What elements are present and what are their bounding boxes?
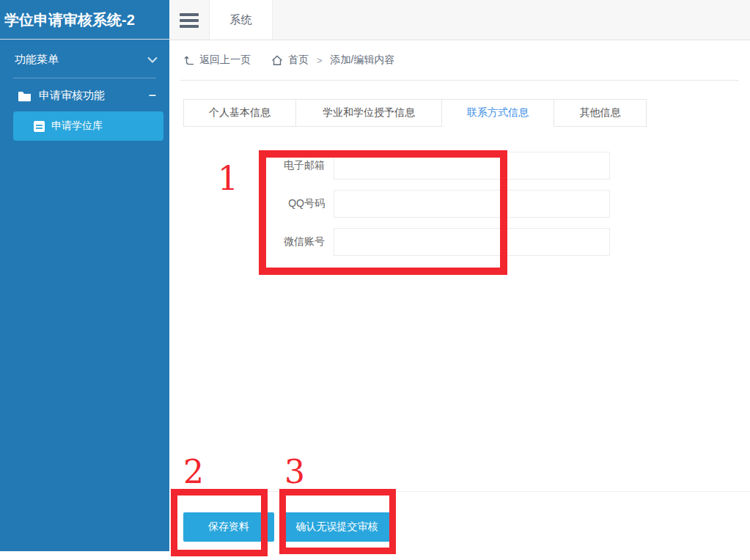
chevron-down-icon <box>147 56 158 63</box>
qq-number-field[interactable] <box>334 190 610 218</box>
tab-label: 学业和学位授予信息 <box>323 106 415 119</box>
actions-divider <box>169 491 750 492</box>
sidebar-section-function-menu[interactable]: 功能菜单 <box>0 41 169 78</box>
document-icon <box>33 120 45 133</box>
sidebar: 学位申请审核系统-2 功能菜单 申请审核功能 − 申请学位库 <box>0 0 169 551</box>
annotation-number-1: 1 <box>218 163 238 195</box>
app-title: 学位申请审核系统-2 <box>0 0 169 40</box>
breadcrumb: 返回上一页 首页 > 添加/编辑内容 <box>169 40 750 80</box>
email-label: 电子邮箱 <box>249 159 325 172</box>
topbar: 系统 <box>169 0 750 40</box>
breadcrumb-home[interactable]: 首页 <box>288 54 309 67</box>
sidebar-item-degree-library[interactable]: 申请学位库 <box>13 111 163 141</box>
tab-system-label: 系统 <box>230 13 252 27</box>
return-arrow-icon <box>183 55 194 66</box>
email-field[interactable] <box>334 152 610 180</box>
home-icon <box>271 55 283 66</box>
form-row-wechat: 微信账号 <box>249 228 610 256</box>
tab-system[interactable]: 系统 <box>209 0 273 40</box>
wechat-account-field[interactable] <box>334 228 610 256</box>
wechat-account-label: 微信账号 <box>249 235 325 248</box>
collapse-minus-icon[interactable]: − <box>148 88 156 103</box>
menu-icon[interactable] <box>180 13 199 28</box>
breadcrumb-trail: 首页 > 添加/编辑内容 <box>271 54 394 67</box>
save-button[interactable]: 保存资料 <box>183 512 274 542</box>
tab-academic-degree-info[interactable]: 学业和学位授予信息 <box>296 99 442 127</box>
tab-label: 其他信息 <box>580 106 621 119</box>
tab-contact-info[interactable]: 联系方式信息 <box>442 99 554 127</box>
tab-other-info[interactable]: 其他信息 <box>554 99 647 127</box>
annotation-number-2: 2 <box>183 456 204 488</box>
qq-number-label: QQ号码 <box>249 197 325 210</box>
annotation-number-3: 3 <box>284 456 305 488</box>
breadcrumb-current: 添加/编辑内容 <box>331 54 395 67</box>
folder-icon <box>18 90 32 102</box>
sidebar-group-label: 申请审核功能 <box>39 89 148 103</box>
back-to-previous-link[interactable]: 返回上一页 <box>183 54 251 67</box>
sidebar-group-review-functions[interactable]: 申请审核功能 − <box>0 78 169 113</box>
back-link-label: 返回上一页 <box>199 54 251 67</box>
breadcrumb-divider <box>180 80 739 81</box>
form-row-email: 电子邮箱 <box>249 152 610 180</box>
tab-personal-basic-info[interactable]: 个人基本信息 <box>183 99 296 127</box>
breadcrumb-separator: > <box>317 55 323 66</box>
form-row-qq: QQ号码 <box>249 190 610 218</box>
submit-review-button[interactable]: 确认无误提交审核 <box>280 512 394 542</box>
form-tabs: 个人基本信息 学业和学位授予信息 联系方式信息 其他信息 <box>183 99 647 127</box>
sidebar-item-label: 申请学位库 <box>51 119 103 133</box>
sidebar-section-label: 功能菜单 <box>15 53 59 67</box>
tab-label: 联系方式信息 <box>467 106 529 119</box>
tab-label: 个人基本信息 <box>209 106 271 119</box>
